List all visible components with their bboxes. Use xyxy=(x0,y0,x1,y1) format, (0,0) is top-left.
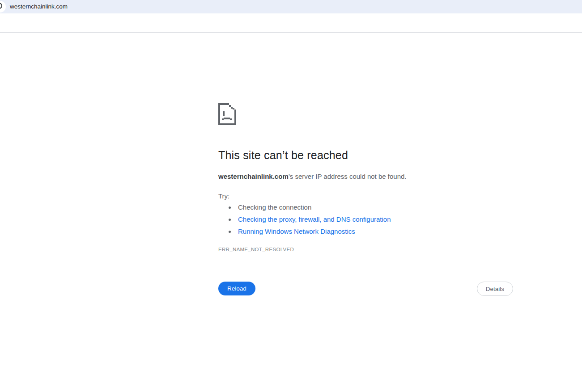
reload-button[interactable]: Reload xyxy=(218,282,255,295)
proxy-firewall-dns-link[interactable]: Checking the proxy, firewall, and DNS co… xyxy=(238,215,391,223)
try-label: Try: xyxy=(218,192,229,200)
bullet-icon xyxy=(229,219,231,221)
error-message-suffix: ’s server IP address could not be found. xyxy=(289,173,407,180)
error-message: westernchainlink.com’s server IP address… xyxy=(218,173,407,180)
suggestion-text: Checking the connection xyxy=(238,203,311,211)
error-heading: This site can’t be reached xyxy=(218,149,348,162)
browser-window: westernchainlink.com This site can’t be … xyxy=(0,0,582,392)
error-page: This site can’t be reached westernchainl… xyxy=(0,0,582,392)
error-domain: westernchainlink.com xyxy=(218,173,289,180)
sad-file-icon xyxy=(218,103,236,125)
network-diagnostics-link[interactable]: Running Windows Network Diagnostics xyxy=(238,228,355,235)
bullet-icon xyxy=(229,207,231,209)
bullet-icon xyxy=(229,231,231,233)
error-code: ERR_NAME_NOT_RESOLVED xyxy=(218,247,294,252)
details-button[interactable]: Details xyxy=(477,282,513,296)
